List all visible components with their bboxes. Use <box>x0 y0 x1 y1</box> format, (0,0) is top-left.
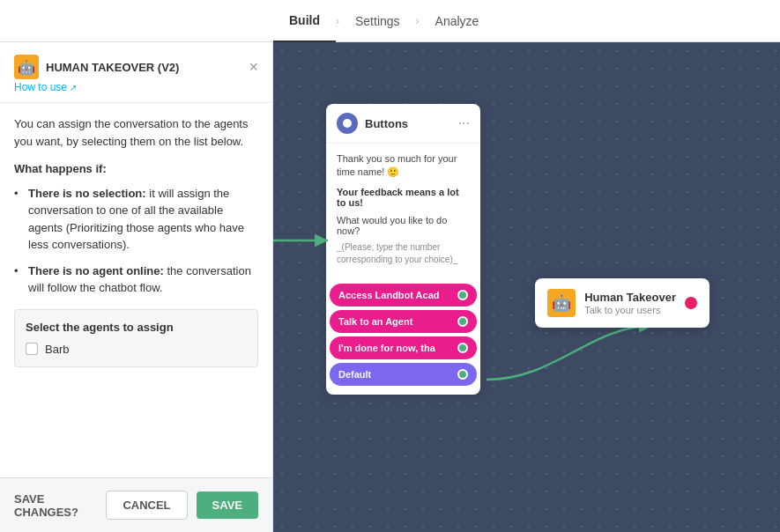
card-button-1[interactable]: Talk to an Agent <box>330 310 477 333</box>
top-nav: Build › Settings › Analyze <box>273 0 494 41</box>
bullet-2: There is no agent online: the conversati… <box>14 262 258 297</box>
ht-connector-dot[interactable] <box>685 297 697 309</box>
card-text-2: Your feedback means a lot to us! <box>337 187 470 208</box>
close-button[interactable]: × <box>249 58 258 77</box>
agent-checkbox-barb[interactable] <box>26 343 38 355</box>
panel-icon: 🤖 <box>14 55 39 79</box>
card-button-3[interactable]: Default <box>330 363 477 386</box>
card-text-4: _(Please, type the number corresponding … <box>337 241 470 266</box>
tab-settings[interactable]: Settings <box>339 0 416 42</box>
agents-section: Select the agents to assign Barb <box>14 309 258 367</box>
buttons-card: Buttons ··· Thank you so much for your t… <box>326 104 480 395</box>
panel-footer: SAVE CHANGES? CANCEL SAVE <box>0 477 272 532</box>
save-button[interactable]: SAVE <box>197 491 258 519</box>
card-button-0[interactable]: Access Landbot Acad <box>330 284 477 307</box>
what-happens-label: What happens if: <box>14 160 258 178</box>
human-takeover-node[interactable]: 🤖 Human Takeover Talk to your users <box>535 278 709 328</box>
tab-analyze[interactable]: Analyze <box>420 0 495 42</box>
agent-row: Barb <box>26 343 247 356</box>
bullet-list: There is no selection: it will assign th… <box>14 185 258 297</box>
button-connector-dot-0[interactable] <box>457 290 468 300</box>
button-connector-dot-1[interactable] <box>457 316 468 327</box>
cancel-button[interactable]: CANCEL <box>106 491 187 520</box>
ht-title: Human Takeover <box>584 291 676 304</box>
card-button-2[interactable]: I'm done for now, tha <box>330 336 477 359</box>
card-text-3: What would you like to do now? <box>337 215 470 236</box>
button-connector-dot-2[interactable] <box>457 343 468 353</box>
ht-text: Human Takeover Talk to your users <box>584 291 676 315</box>
canvas: Buttons ··· Thank you so much for your t… <box>273 42 780 532</box>
card-text-1: Thank you so much for your time name! 🙂 <box>337 152 470 180</box>
ht-subtitle: Talk to your users <box>584 305 676 315</box>
panel-title: HUMAN TAKEOVER (V2) <box>46 61 179 74</box>
ht-icon: 🤖 <box>547 289 576 317</box>
card-circle-icon <box>337 113 358 134</box>
external-link-icon: ↗ <box>70 83 77 92</box>
card-body: Thank you so much for your time name! 🙂 … <box>326 144 480 284</box>
bullet-1: There is no selection: it will assign th… <box>14 185 258 254</box>
description-text: You can assign the conversation to the a… <box>14 115 258 150</box>
card-title: Buttons <box>365 117 408 130</box>
tab-build[interactable]: Build <box>273 0 336 42</box>
save-changes-label: SAVE CHANGES? <box>14 492 97 519</box>
card-buttons: Access Landbot Acad Talk to an Agent I'm… <box>326 284 480 395</box>
how-to-use-link[interactable]: How to use ↗ <box>14 81 258 93</box>
agent-name-barb: Barb <box>45 343 69 356</box>
agents-section-label: Select the agents to assign <box>26 321 247 334</box>
card-menu-button[interactable]: ··· <box>458 115 470 131</box>
button-connector-dot-3[interactable] <box>457 369 468 380</box>
card-header: Buttons ··· <box>326 104 480 144</box>
